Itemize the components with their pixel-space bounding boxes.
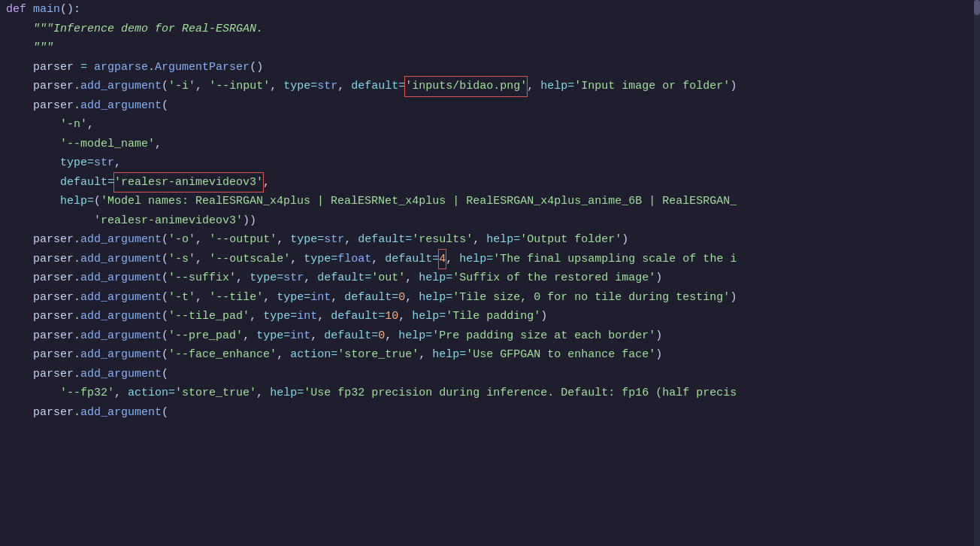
comma17: , [236, 268, 250, 288]
help-kw8: help [398, 326, 425, 346]
num-0b: 0 [378, 326, 385, 346]
scrollbar-thumb[interactable] [974, 0, 980, 15]
scrollbar[interactable] [974, 0, 980, 546]
var-parser8: parser [33, 307, 74, 326]
eq8: = [317, 230, 324, 250]
code-line-14: parser.add_argument('-s', '--outscale', … [0, 250, 980, 269]
code-line-3: """ [0, 38, 980, 58]
comma26: , [398, 307, 412, 326]
type-kw4: type [304, 250, 331, 269]
eq15: = [364, 268, 371, 288]
type-kw5: type [250, 268, 277, 288]
eq29: = [297, 384, 304, 403]
comma18: , [304, 268, 317, 288]
indent [6, 96, 33, 116]
num-4: 4 [439, 253, 446, 265]
eq14: = [277, 268, 283, 288]
var-parser2: parser [33, 77, 74, 96]
comma14: , [290, 250, 304, 269]
paren-open9: ( [162, 345, 168, 365]
default-kw2: default [60, 173, 107, 193]
paren: (): [60, 0, 80, 20]
code-line-21: '--fp32', action='store_true', help='Use… [0, 384, 980, 403]
paren-close3: ) [622, 230, 628, 250]
dot5: . [74, 250, 80, 269]
indent [6, 38, 33, 58]
help-kw7: help [412, 307, 439, 326]
comma27: , [243, 326, 256, 346]
eq20: = [290, 307, 297, 326]
str-outscale: '--outscale' [209, 250, 290, 269]
code-line-17: parser.add_argument('--tile_pad', type=i… [0, 307, 980, 326]
eq7: = [87, 192, 94, 211]
help-kw4: help [459, 250, 486, 269]
argparse: argparse [94, 58, 148, 77]
eq24: = [371, 326, 378, 346]
num-10: 10 [385, 307, 398, 326]
str-fp32: '--fp32' [60, 384, 114, 403]
dot12: . [74, 403, 80, 423]
help-kw10: help [270, 384, 297, 403]
method-argumentparser: ArgumentParser [155, 58, 250, 77]
paren-close6: ) [730, 288, 737, 308]
eq18: = [392, 288, 398, 308]
comma13: , [195, 250, 209, 269]
method-add-arg10: add_argument [80, 365, 162, 384]
str-out: 'out' [371, 268, 405, 288]
str-face-enhance: '--face_enhance' [168, 345, 277, 365]
comma4: , [527, 77, 540, 96]
eq19: = [446, 288, 452, 308]
dot9: . [74, 326, 80, 346]
help-kw9: help [432, 345, 459, 365]
code-line-10: default='realesr-animevideov3', [0, 173, 980, 193]
method-add-arg3: add_argument [80, 230, 162, 250]
eq22: = [439, 307, 446, 326]
method-add-arg9: add_argument [80, 345, 162, 365]
help-kw6: help [419, 288, 446, 308]
str-s: '-s' [168, 250, 195, 269]
comma: , [195, 77, 209, 96]
comma20: , [195, 288, 209, 308]
str-face-help: 'Use GFPGAN to enhance face' [466, 345, 655, 365]
var-parser4: parser [33, 230, 74, 250]
comma19: , [405, 268, 419, 288]
code-line-15: parser.add_argument('--suffix', type=str… [0, 268, 980, 288]
paren-close2: )) [243, 211, 256, 231]
paren-close: ) [730, 77, 737, 96]
comma11: , [344, 230, 358, 250]
int-type2: int [297, 307, 317, 326]
eq6: = [107, 173, 114, 193]
code-line-6: parser.add_argument( [0, 96, 980, 116]
default-kw6: default [344, 288, 392, 308]
indent [6, 250, 33, 269]
eq11: = [331, 250, 337, 269]
int-type: int [310, 288, 331, 308]
method-add-arg5: add_argument [80, 268, 162, 288]
int-type3: int [290, 326, 310, 346]
code-line-22: parser.add_argument( [0, 403, 980, 423]
default-kw7: default [331, 307, 378, 326]
str-o: '-o' [168, 230, 195, 250]
comma5: , [87, 115, 94, 135]
paren-open2: ( [162, 96, 168, 116]
default-kw8: default [324, 326, 371, 346]
code-editor: def main(): """Inference demo for Real-E… [0, 0, 980, 546]
eq17: = [304, 288, 310, 308]
code-line-4: parser = argparse.ArgumentParser() [0, 58, 980, 77]
code-line-16: parser.add_argument('-t', '--tile', type… [0, 288, 980, 308]
paren-close5: ) [655, 268, 662, 288]
float-type: float [337, 250, 371, 269]
str-fp32-help: 'Use fp32 precision during inference. De… [304, 384, 737, 403]
str-results: 'results' [412, 230, 473, 250]
highlight-default-4: 4 [439, 250, 446, 269]
str-output-help: 'Output folder' [520, 230, 622, 250]
indent6 [6, 192, 60, 211]
comma6: , [155, 135, 162, 154]
var-parser5: parser [33, 250, 74, 269]
code-line-11: help=('Model names: RealESRGAN_x4plus | … [0, 192, 980, 211]
indent [6, 77, 33, 96]
indent5 [6, 173, 60, 193]
comma9: , [195, 230, 209, 250]
comma30: , [277, 345, 290, 365]
help-kw: help [540, 77, 567, 96]
